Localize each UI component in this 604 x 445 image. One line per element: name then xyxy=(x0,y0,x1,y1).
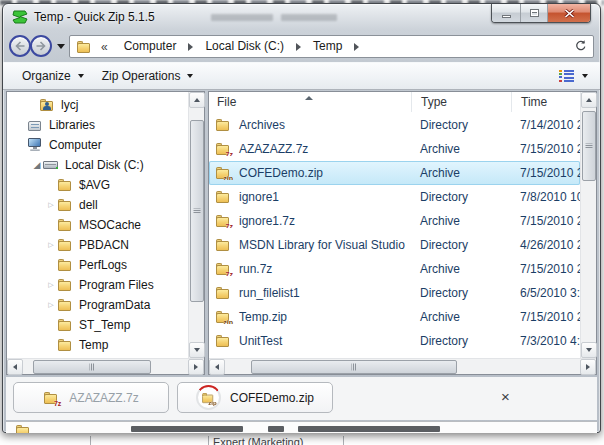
scroll-right-button[interactable] xyxy=(580,359,596,375)
scrollbar-thumb[interactable] xyxy=(251,360,457,374)
file-name: COFEDemo.zip xyxy=(239,166,323,180)
titlebar-ghost-text xyxy=(281,14,337,21)
tree-item-label: PBDACN xyxy=(74,238,129,252)
scroll-up-button[interactable] xyxy=(189,92,205,108)
file-name: Temp.zip xyxy=(239,310,287,324)
scrollbar-thumb[interactable] xyxy=(582,111,596,181)
tree-item-dell[interactable]: ▷dell xyxy=(7,195,188,215)
organize-menu-button[interactable]: Organize xyxy=(13,65,93,87)
file-name: AZAZAZZ.7z xyxy=(239,142,308,156)
breadcrumb-item[interactable]: Temp xyxy=(303,36,352,57)
archive-tab-label: COFEDemo.zip xyxy=(230,391,314,405)
tree-horizontal-scrollbar[interactable] xyxy=(7,358,204,374)
column-header-time[interactable]: Time xyxy=(511,92,580,112)
tree-item-st-temp[interactable]: ST_Temp xyxy=(7,315,188,335)
table-row[interactable]: 7zignore1.7zArchive7/15/2010 2 xyxy=(209,209,580,233)
folder-icon xyxy=(57,298,74,312)
list-vertical-scrollbar[interactable] xyxy=(580,92,596,358)
file-type: Directory xyxy=(411,238,511,252)
refresh-icon[interactable] xyxy=(574,38,587,56)
tree-item--avg[interactable]: $AVG xyxy=(7,175,188,195)
zip-operations-menu-button[interactable]: Zip Operations xyxy=(93,65,203,87)
scroll-left-button[interactable] xyxy=(7,359,23,375)
scroll-right-button[interactable] xyxy=(188,359,204,375)
expander-icon[interactable]: ▷ xyxy=(45,275,57,295)
scroll-down-button[interactable] xyxy=(581,342,597,358)
folder-7z-icon: 7z xyxy=(215,142,232,156)
table-row[interactable]: ArchivesDirectory7/14/2010 2 xyxy=(209,113,580,137)
minimize-button[interactable] xyxy=(492,4,520,22)
archive-type-badge: zip xyxy=(223,175,233,180)
forward-button[interactable] xyxy=(30,35,52,57)
folder-icon xyxy=(57,218,74,232)
scroll-up-button[interactable] xyxy=(581,92,597,108)
address-bar[interactable]: « ComputerLocal Disk (C:)Temp xyxy=(69,35,594,58)
tree-item-pbdacn[interactable]: ▷PBDACN xyxy=(7,235,188,255)
tree-item-computer[interactable]: Computer xyxy=(7,135,188,155)
expander-icon[interactable]: ▷ xyxy=(45,235,57,255)
file-time: 7/15/2010 2 xyxy=(511,214,580,228)
scroll-left-button[interactable] xyxy=(209,359,225,375)
archive-tab[interactable]: 7zAZAZAZZ.7z xyxy=(13,382,169,413)
recent-pages-dropdown-icon[interactable] xyxy=(57,44,65,49)
table-row[interactable]: run_filelist1Directory6/5/2010 3: xyxy=(209,281,580,305)
expander-icon[interactable]: ▷ xyxy=(45,295,57,315)
titlebar[interactable]: Temp - Quick Zip 5.1.5 xyxy=(3,4,600,31)
breadcrumb-separator-icon xyxy=(354,43,359,51)
maximize-button[interactable] xyxy=(520,4,548,22)
tree-vertical-scrollbar[interactable] xyxy=(188,92,204,358)
breadcrumb-separator-icon xyxy=(188,43,193,51)
table-row[interactable]: zipCOFEDemo.zipArchive7/15/2010 2 xyxy=(209,161,580,185)
column-header-label: Time xyxy=(521,95,547,109)
folder-7z-icon: 7z xyxy=(43,391,60,405)
expander-icon[interactable]: ▷ xyxy=(45,195,57,215)
change-view-button[interactable] xyxy=(553,67,594,86)
file-type: Directory xyxy=(411,286,511,300)
chevron-down-icon xyxy=(187,74,193,78)
breadcrumb-item[interactable]: Local Disk (C:) xyxy=(195,36,294,57)
tree-item-program-files[interactable]: ▷Program Files xyxy=(7,275,188,295)
folder-icon xyxy=(57,238,74,252)
archive-tab[interactable]: zipCOFEDemo.zip xyxy=(177,382,333,413)
scroll-down-button[interactable] xyxy=(189,342,205,358)
tree-item-label: PerfLogs xyxy=(74,258,127,272)
back-arrow-icon xyxy=(14,41,26,51)
file-name: Archives xyxy=(239,118,285,132)
tree-item-msocache[interactable]: MSOCache xyxy=(7,215,188,235)
close-button[interactable] xyxy=(548,4,590,22)
clipped-text xyxy=(298,426,440,432)
table-row[interactable]: 7zAZAZAZZ.7zArchive7/15/2010 2 xyxy=(209,137,580,161)
scrollbar-thumb[interactable] xyxy=(33,360,151,374)
tree-item-programdata[interactable]: ▷ProgramData xyxy=(7,295,188,315)
tree-item-temp[interactable]: Temp xyxy=(7,335,188,355)
table-row[interactable]: ignore1Directory7/8/2010 10 xyxy=(209,185,580,209)
archive-type-badge: zip xyxy=(223,319,233,324)
tree-item-libraries[interactable]: Libraries xyxy=(7,115,188,135)
file-type: Directory xyxy=(411,334,511,348)
tree-item-perflogs[interactable]: PerfLogs xyxy=(7,255,188,275)
expander-icon[interactable]: ◢ xyxy=(31,155,43,175)
tree-item-label: dell xyxy=(74,198,98,212)
file-time: 7/14/2010 2 xyxy=(511,118,580,132)
scrollbar-thumb[interactable] xyxy=(190,120,204,302)
breadcrumb-overflow-chevrons[interactable]: « xyxy=(101,40,108,54)
tree-item-local-disk-c-[interactable]: ◢Local Disk (C:) xyxy=(7,155,188,175)
table-row[interactable]: 7zrun.7zArchive7/15/2010 2 xyxy=(209,257,580,281)
file-type: Archive xyxy=(411,214,511,228)
table-row[interactable]: MSDN Library for Visual StudioDirectory4… xyxy=(209,233,580,257)
folder-icon xyxy=(57,338,74,352)
file-time: 7/3/2010 4: xyxy=(511,334,580,348)
column-header-type[interactable]: Type xyxy=(411,92,511,112)
table-row[interactable]: zipTemp.zipArchive7/15/2010 2 xyxy=(209,305,580,329)
list-horizontal-scrollbar[interactable] xyxy=(209,358,596,374)
table-row[interactable]: UnitTestDirectory7/3/2010 4: xyxy=(209,329,580,353)
command-toolbar: Organize Zip Operations xyxy=(3,62,600,90)
column-header-file[interactable]: File xyxy=(209,92,411,112)
tree-item-lycj[interactable]: lycj xyxy=(7,95,188,115)
breadcrumb-item[interactable]: Computer xyxy=(114,36,187,57)
back-button[interactable] xyxy=(9,35,31,57)
archive-type-badge: 7z xyxy=(226,271,233,276)
close-archive-button[interactable]: × xyxy=(497,388,514,406)
archive-tabs: 7zAZAZAZZ.7zzipCOFEDemo.zip xyxy=(13,382,333,413)
background-table-line xyxy=(343,436,344,445)
